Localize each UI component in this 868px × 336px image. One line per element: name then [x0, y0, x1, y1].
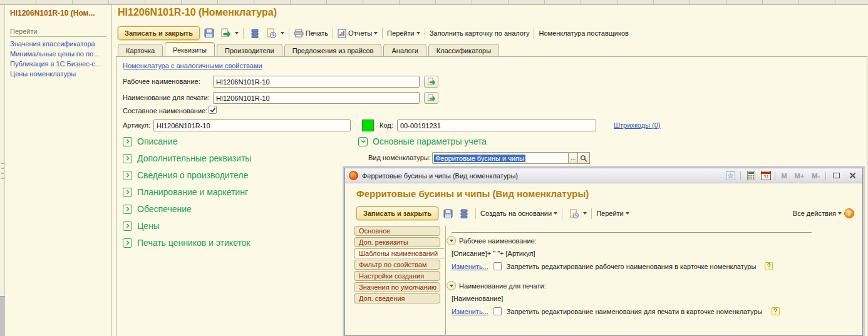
- close-icon[interactable]: [846, 170, 859, 181]
- help-button[interactable]: ?: [844, 208, 854, 218]
- tab-analogs[interactable]: Аналоги: [383, 44, 426, 56]
- create-based-caret-icon: [554, 212, 557, 215]
- splitter-scroll-block: [0, 296, 5, 336]
- print-name-template-header: Наименование для печати:: [447, 281, 546, 290]
- section-prices[interactable]: Цены: [123, 221, 160, 231]
- all-actions-caret-icon: [838, 212, 842, 215]
- goto-menu-button[interactable]: Перейти: [387, 29, 420, 37]
- memory-m-button: M: [779, 172, 788, 180]
- dialog-goto-caret-icon: [626, 212, 629, 215]
- print-button[interactable]: Печать: [294, 29, 328, 38]
- dialog-tab-default-values[interactable]: Значения по умолчанию: [354, 282, 440, 292]
- barcodes-link[interactable]: Штрихкоды (0): [614, 121, 661, 129]
- composite-name-checkbox[interactable]: [209, 106, 217, 114]
- article-input[interactable]: [153, 120, 351, 131]
- print-name-copy-button[interactable]: [424, 92, 438, 104]
- collapse-toggle-icon[interactable]: [447, 236, 456, 245]
- calculator-icon[interactable]: [745, 170, 757, 181]
- maximize-icon[interactable]: [830, 170, 842, 181]
- expand-chevron-right-icon[interactable]: [123, 171, 132, 180]
- favorites-star-icon[interactable]: [724, 170, 736, 181]
- page-title: HI1206N101R-10 (Номенклатура): [118, 7, 277, 18]
- nomenclature-kind-field[interactable]: Ферритовые бусины и чипы ...: [432, 152, 590, 164]
- sidebar-nav-header: Перейти: [10, 28, 106, 37]
- dialog-tab-property-filter[interactable]: Фильтр по свойствам: [354, 260, 440, 270]
- dialog-tab-main[interactable]: Основное: [354, 226, 440, 236]
- print-name-input[interactable]: [213, 92, 420, 104]
- nomenclature-kind-label: Вид номенклатуры:: [368, 154, 431, 161]
- working-name-template-header: Рабочее наименование:: [447, 236, 537, 245]
- tab-classifiers[interactable]: Классификаторы: [428, 44, 499, 56]
- expand-chevron-right-icon[interactable]: [123, 188, 132, 197]
- calendar-icon[interactable]: 31: [761, 171, 771, 180]
- list-icon[interactable]: [457, 206, 471, 220]
- dialog-save-and-close-button[interactable]: Записать и закрыть: [356, 206, 438, 220]
- section-additional-requisites[interactable]: Дополнительные реквизиты: [123, 153, 251, 163]
- copy-green-icon: [427, 78, 435, 86]
- sidebar-link-classifier-values[interactable]: Значения классификатора: [10, 40, 110, 48]
- sidebar-link-min-prices[interactable]: Минимальные цены по по...: [10, 50, 110, 58]
- section-planning-marketing[interactable]: Планирование и маркетинг: [123, 187, 248, 197]
- copy-icon[interactable]: [219, 26, 232, 40]
- code-label: Код:: [380, 121, 393, 129]
- document-history-caret-icon[interactable]: [281, 32, 284, 34]
- sidebar-link-publication[interactable]: Публикация в 1С:Бизнес-с...: [10, 60, 110, 68]
- tab-requisites[interactable]: Реквизиты: [165, 42, 215, 56]
- working-name-input[interactable]: [213, 76, 420, 88]
- dialog-content-topline: [452, 232, 812, 233]
- forbid-working-name-edit-checkbox[interactable]: [493, 262, 502, 270]
- tab-card[interactable]: Карточка: [118, 44, 163, 56]
- panel-splitter[interactable]: [0, 5, 5, 336]
- collapse-chevron-down-icon[interactable]: [358, 137, 368, 146]
- dialog-title: Ферритовые бусины и чипы (Вид номенклату…: [362, 172, 518, 180]
- tab-price-offers[interactable]: Предложения из прайсов: [284, 44, 382, 56]
- sidebar-link-nomenclature-prices[interactable]: Цены номенклатуры: [10, 70, 110, 78]
- composite-name-label: Составное наименование:: [123, 107, 207, 115]
- dialog-titlebar[interactable]: Ферритовые бусины и чипы (Вид номенклату…: [345, 168, 862, 183]
- document-history-icon[interactable]: [264, 26, 278, 40]
- fill-by-analog-button[interactable]: Заполнить карточку по аналогу: [430, 29, 530, 37]
- search-icon[interactable]: [578, 152, 590, 164]
- change-print-name-link[interactable]: Изменить...: [452, 308, 488, 315]
- dialog-tab-additional-requisites[interactable]: Доп. реквизиты: [354, 237, 440, 247]
- section-supply[interactable]: Обеспечение: [123, 204, 192, 214]
- help-badge-icon[interactable]: ?: [765, 262, 773, 270]
- expand-chevron-right-icon[interactable]: [123, 205, 132, 214]
- save-and-close-button[interactable]: Записать и закрыть: [118, 26, 200, 40]
- list-icon[interactable]: [248, 26, 262, 40]
- all-actions-button[interactable]: Все действия: [793, 210, 842, 217]
- collapse-toggle-icon[interactable]: [447, 281, 456, 290]
- dialog-tab-additional-info[interactable]: Доп. сведения: [354, 293, 440, 303]
- section-description[interactable]: Описание: [123, 136, 177, 146]
- main-tabs: Карточка Реквизиты Производители Предлож…: [118, 43, 499, 56]
- section-price-tags-labels[interactable]: Печать ценников и этикеток: [123, 238, 251, 248]
- copy-dropdown-caret-icon[interactable]: [235, 32, 239, 34]
- supplier-nomenclature-button[interactable]: Номенклатура поставщиков: [539, 29, 628, 37]
- choose-button[interactable]: ...: [569, 152, 578, 164]
- dialog-goto-menu-button[interactable]: Перейти: [596, 210, 629, 217]
- document-history-caret-icon[interactable]: [583, 212, 587, 215]
- expand-chevron-right-icon[interactable]: [123, 137, 132, 146]
- change-working-name-link[interactable]: Изменить...: [452, 263, 488, 270]
- tab-manufacturers[interactable]: Производители: [217, 44, 282, 56]
- create-based-on-button[interactable]: Создать на основании: [480, 210, 557, 217]
- section-manufacturer-info[interactable]: Сведения о производителе: [123, 170, 248, 180]
- expand-chevron-right-icon[interactable]: [123, 154, 132, 163]
- forbid-print-name-edit-checkbox[interactable]: [493, 307, 502, 315]
- section-accounting-params[interactable]: Основные параметры учета: [358, 136, 487, 146]
- expand-chevron-right-icon[interactable]: [123, 238, 132, 248]
- application-window: HI1206N101R-10 (Ном... Перейти Значения …: [0, 0, 868, 336]
- code-input[interactable]: [397, 120, 596, 131]
- window-tab-strip[interactable]: [0, 0, 868, 5]
- working-name-copy-button[interactable]: [424, 76, 438, 88]
- save-icon[interactable]: [441, 206, 455, 220]
- expand-chevron-right-icon[interactable]: [123, 221, 132, 231]
- similar-nomenclature-link[interactable]: Номенклатура с аналогичными свойствами: [123, 62, 262, 69]
- document-history-icon[interactable]: [567, 206, 581, 220]
- reports-button[interactable]: Отчеты: [338, 29, 378, 38]
- forbid-print-name-edit-label: Запретить редактирование наименования дл…: [507, 308, 763, 315]
- dialog-tab-name-templates[interactable]: Шаблоны наименований: [354, 248, 445, 258]
- help-badge-icon[interactable]: ?: [772, 307, 780, 315]
- save-icon[interactable]: [202, 26, 216, 40]
- dialog-tab-creation-settings[interactable]: Настройки создания: [354, 271, 440, 281]
